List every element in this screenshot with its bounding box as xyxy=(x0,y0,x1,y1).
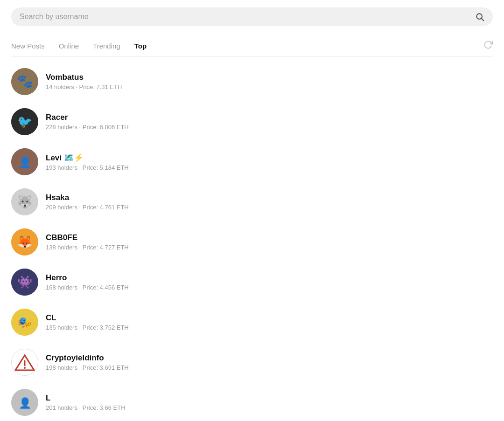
user-info: Hsaka 209 holders · Price: 4.761 ETH xyxy=(46,193,129,211)
svg-text:👾: 👾 xyxy=(17,275,33,290)
svg-line-1 xyxy=(482,19,484,21)
user-info: Vombatus 14 holders · Price: 7.31 ETH xyxy=(46,73,122,90)
svg-text:🐦: 🐦 xyxy=(17,114,33,129)
list-item[interactable]: 🐾 Vombatus 14 holders · Price: 7.31 ETH xyxy=(11,62,493,102)
list-item[interactable]: 🎭 CL 135 holders · Price: 3.752 ETH xyxy=(11,302,493,342)
user-info: Herro 168 holders · Price: 4.456 ETH xyxy=(46,273,129,291)
svg-text:🦊: 🦊 xyxy=(17,235,33,249)
tab-trending[interactable]: Trending xyxy=(93,40,120,52)
list-item[interactable]: 🐺 Hsaka 209 holders · Price: 4.761 ETH xyxy=(11,182,493,222)
user-name: Herro xyxy=(46,273,129,283)
svg-text:🐾: 🐾 xyxy=(17,74,33,89)
list-item[interactable]: 🦊 CBB0FE 138 holders · Price: 4.727 ETH xyxy=(11,222,493,262)
search-bar xyxy=(11,7,493,26)
svg-text:🎭: 🎭 xyxy=(18,316,32,329)
user-meta: 135 holders · Price: 3.752 ETH xyxy=(46,324,129,331)
tab-new-posts[interactable]: New Posts xyxy=(11,40,45,52)
list-item[interactable]: 👾 Herro 168 holders · Price: 4.456 ETH xyxy=(11,262,493,302)
user-meta: 201 holders · Price: 3.66 ETH xyxy=(46,404,126,411)
user-name: L xyxy=(46,393,126,403)
user-info: Cryptoyieldinfo 198 holders · Price: 3.6… xyxy=(46,353,129,371)
user-name: CBB0FE xyxy=(46,233,129,242)
avatar: 🦊 xyxy=(11,228,38,255)
svg-text:👤: 👤 xyxy=(19,397,32,409)
avatar xyxy=(11,349,38,376)
user-name: Cryptoyieldinfo xyxy=(46,353,129,363)
user-name: Hsaka xyxy=(46,193,129,202)
user-meta: 14 holders · Price: 7.31 ETH xyxy=(46,83,122,90)
svg-text:👤: 👤 xyxy=(19,156,32,169)
list-item[interactable]: 👤 Levi 🗺️⚡ 193 holders · Price: 5.184 ET… xyxy=(11,142,493,182)
list-item[interactable]: 👤 L 201 holders · Price: 3.66 ETH xyxy=(11,382,493,421)
tab-online[interactable]: Online xyxy=(59,40,79,52)
user-info: CL 135 holders · Price: 3.752 ETH xyxy=(46,313,129,331)
tab-top[interactable]: Top xyxy=(134,40,147,52)
user-meta: 228 holders · Price: 6.806 ETH xyxy=(46,124,129,131)
user-meta: 138 holders · Price: 4.727 ETH xyxy=(46,244,129,251)
list-item[interactable]: 🐦 Racer 228 holders · Price: 6.806 ETH xyxy=(11,102,493,142)
user-meta: 193 holders · Price: 5.184 ETH xyxy=(46,164,129,171)
list-item[interactable]: Cryptoyieldinfo 198 holders · Price: 3.6… xyxy=(11,342,493,382)
user-name: CL xyxy=(46,313,129,323)
refresh-icon[interactable] xyxy=(483,40,493,52)
avatar: 🐦 xyxy=(11,108,38,135)
user-name: Vombatus xyxy=(46,73,122,82)
search-button[interactable] xyxy=(475,12,484,21)
avatar: 🐾 xyxy=(11,68,38,95)
user-list: 🐾 Vombatus 14 holders · Price: 7.31 ETH … xyxy=(11,62,493,421)
avatar: 👾 xyxy=(11,269,38,296)
avatar: 🎭 xyxy=(11,309,38,336)
user-meta: 209 holders · Price: 4.761 ETH xyxy=(46,204,129,211)
user-info: Levi 🗺️⚡ 193 holders · Price: 5.184 ETH xyxy=(46,153,129,171)
page-container: New Posts Online Trending Top 🐾 Vombatus… xyxy=(0,0,504,421)
avatar: 🐺 xyxy=(11,188,38,215)
svg-point-18 xyxy=(24,367,26,369)
search-icon xyxy=(475,12,484,21)
user-name: Racer xyxy=(46,113,129,122)
svg-text:🐺: 🐺 xyxy=(17,194,33,209)
search-input[interactable] xyxy=(20,13,470,21)
user-info: CBB0FE 138 holders · Price: 4.727 ETH xyxy=(46,233,129,251)
user-name: Levi 🗺️⚡ xyxy=(46,153,129,163)
avatar: 👤 xyxy=(11,389,38,416)
user-info: L 201 holders · Price: 3.66 ETH xyxy=(46,393,126,411)
avatar: 👤 xyxy=(11,148,38,175)
user-meta: 198 holders · Price: 3.691 ETH xyxy=(46,364,129,371)
user-info: Racer 228 holders · Price: 6.806 ETH xyxy=(46,113,129,131)
user-meta: 168 holders · Price: 4.456 ETH xyxy=(46,284,129,291)
tabs-container: New Posts Online Trending Top xyxy=(11,35,493,57)
